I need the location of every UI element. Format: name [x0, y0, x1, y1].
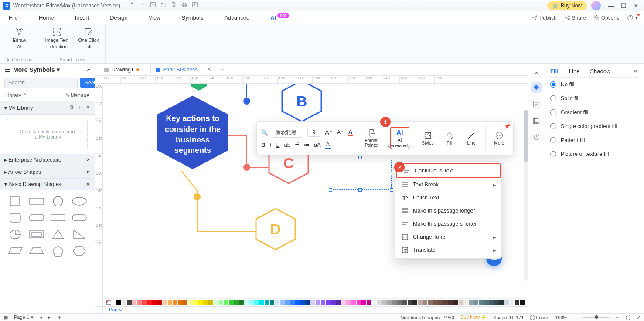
color-swatch[interactable]: [469, 300, 474, 305]
image-text-extraction-button[interactable]: OCR Image Text Extraction: [45, 27, 69, 50]
maximize-icon[interactable]: ☐: [621, 2, 627, 9]
selection-handle[interactable]: [390, 172, 393, 175]
category-enterprise-architecture[interactable]: ▸ Enterprise Architecture✕: [0, 154, 95, 166]
mylib-close-icon[interactable]: ✕: [86, 104, 90, 112]
strikethrough-icon[interactable]: ab: [284, 142, 290, 148]
undo-icon[interactable]: [129, 2, 135, 9]
shape-trapezoid[interactable]: [27, 243, 46, 258]
color-swatch[interactable]: [428, 300, 433, 305]
color-swatch[interactable]: [453, 300, 458, 305]
zoom-slider[interactable]: [583, 317, 609, 318]
tab-drawing1[interactable]: Drawing1: [99, 65, 151, 74]
minimize-icon[interactable]: —: [608, 2, 614, 9]
new-icon[interactable]: [150, 2, 156, 9]
color-swatch[interactable]: [122, 300, 126, 305]
fit-page-icon[interactable]: ⛶: [626, 315, 630, 320]
color-swatch[interactable]: [392, 300, 397, 305]
color-swatch[interactable]: [285, 300, 290, 305]
fill-button[interactable]: Fill: [440, 131, 459, 145]
selection-handle[interactable]: [390, 156, 393, 159]
color-swatch[interactable]: [372, 300, 377, 305]
help-button[interactable]: ▾: [627, 14, 638, 21]
color-swatch[interactable]: [234, 300, 239, 305]
selection-handle[interactable]: [329, 188, 332, 192]
bullet-list-icon[interactable]: ≔: [304, 142, 310, 148]
color-swatch[interactable]: [208, 300, 213, 305]
color-swatch[interactable]: [326, 300, 331, 305]
shape-hexagon[interactable]: [70, 243, 89, 258]
zoom-text-icon[interactable]: 🔍: [261, 129, 268, 136]
bold-icon[interactable]: B: [261, 142, 265, 148]
color-swatch[interactable]: [459, 300, 463, 305]
ai-generated-button[interactable]: AI AI generated...: [390, 127, 409, 149]
color-swatch[interactable]: [489, 300, 494, 305]
shape-circle[interactable]: [48, 194, 68, 209]
status-buy-now[interactable]: Buy Now ⚡: [460, 314, 487, 320]
color-swatch[interactable]: [510, 300, 515, 305]
focus-mode-button[interactable]: ⛶ Focus: [530, 315, 549, 320]
color-swatch[interactable]: [290, 300, 295, 305]
hub-hexagon[interactable]: Key actions to consider in the business …: [153, 93, 232, 176]
shape-triangle[interactable]: [48, 227, 68, 242]
save-icon[interactable]: [171, 2, 177, 9]
font-color-icon[interactable]: A: [348, 128, 353, 136]
export-icon[interactable]: [192, 2, 198, 9]
color-swatch[interactable]: [397, 300, 402, 305]
symbol-search-input[interactable]: [4, 78, 78, 88]
menu-ai[interactable]: AIhot: [270, 14, 276, 21]
fill-option-solid[interactable]: Solid fill: [550, 91, 638, 105]
tab-shadow[interactable]: Shadow: [590, 68, 610, 74]
font-shrink-icon[interactable]: A⁻: [337, 129, 343, 135]
library-dropdown[interactable]: Library ⌃: [5, 92, 27, 98]
selection-handle[interactable]: [358, 188, 362, 192]
fill-option-gradient[interactable]: Gradient fill: [550, 105, 638, 119]
color-swatch[interactable]: [178, 300, 183, 305]
selection-handle[interactable]: [329, 156, 332, 159]
menu-insert[interactable]: Insert: [75, 14, 89, 21]
color-swatch[interactable]: [163, 300, 167, 305]
color-swatch[interactable]: [321, 300, 326, 305]
color-swatch[interactable]: [265, 300, 269, 305]
selection-handle[interactable]: [358, 156, 362, 159]
fill-option-pattern[interactable]: Pattern fill: [550, 133, 638, 147]
layout-tool-icon[interactable]: [531, 115, 542, 126]
color-swatch[interactable]: [116, 300, 121, 305]
font-grow-icon[interactable]: A⁺: [325, 128, 333, 136]
color-swatch[interactable]: [214, 300, 218, 305]
color-swatch[interactable]: [188, 300, 193, 305]
close-icon[interactable]: ✕: [634, 2, 639, 9]
open-icon[interactable]: [160, 2, 167, 9]
color-swatch[interactable]: [433, 300, 438, 305]
menu-design[interactable]: Design: [110, 14, 127, 21]
color-swatch[interactable]: [357, 300, 361, 305]
fullscreen-icon[interactable]: ⤢: [637, 314, 641, 320]
hex-d[interactable]: D: [254, 207, 297, 251]
color-swatch[interactable]: [346, 300, 351, 305]
my-library-drop-zone[interactable]: Drag symbols here to add to My Library: [7, 119, 88, 149]
italic-icon[interactable]: I: [269, 142, 271, 148]
shape-parallelogram[interactable]: [5, 243, 25, 258]
color-swatch[interactable]: [351, 300, 356, 305]
shape-rounded-rect[interactable]: [27, 210, 46, 225]
vertical-scrollbar[interactable]: [524, 110, 528, 281]
color-swatch[interactable]: [387, 300, 392, 305]
fill-tool-icon[interactable]: [531, 82, 542, 93]
color-swatch[interactable]: [484, 300, 489, 305]
case-icon[interactable]: aA: [314, 142, 321, 148]
mylib-add-icon[interactable]: ＋: [77, 104, 82, 112]
font-size-input[interactable]: 9: [307, 128, 320, 137]
ctx-change-tone[interactable]: Change Tone▸: [395, 230, 501, 243]
color-swatch[interactable]: [168, 300, 173, 305]
cat-close-icon[interactable]: ✕: [86, 181, 90, 187]
menu-view[interactable]: View: [149, 14, 161, 21]
color-swatch[interactable]: [438, 300, 443, 305]
menu-file[interactable]: File: [9, 14, 18, 21]
cat-close-icon[interactable]: ✕: [86, 157, 90, 163]
drawing-canvas[interactable]: Key actions to consider in the business …: [103, 84, 528, 298]
color-swatch[interactable]: [377, 300, 382, 305]
tab-close-icon[interactable]: ✕: [207, 67, 211, 72]
symbols-header[interactable]: More Symbols▾: [4, 66, 60, 73]
more-button[interactable]: More: [490, 131, 509, 145]
options-button[interactable]: Options: [594, 15, 619, 21]
underline-icon[interactable]: U: [276, 142, 279, 148]
